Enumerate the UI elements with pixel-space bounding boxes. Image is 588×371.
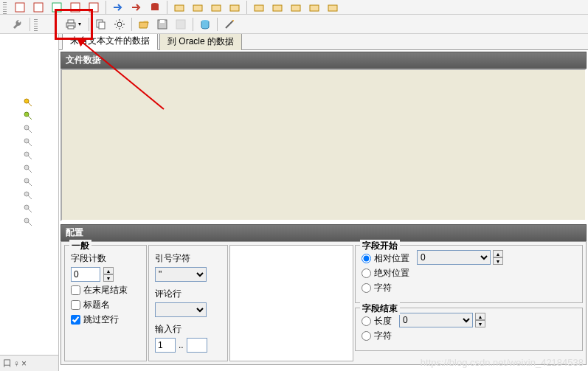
svg-rect-0	[15, 3, 24, 12]
object-tree[interactable]	[0, 34, 58, 355]
skip-blank-label: 跳过空行	[83, 313, 119, 326]
header-name-checkbox[interactable]	[71, 300, 80, 310]
svg-rect-32	[176, 20, 185, 29]
legend-field-start: 字段开始	[360, 240, 400, 252]
skip-blank-checkbox[interactable]	[71, 315, 80, 325]
fs-char-radio[interactable]	[362, 283, 371, 293]
toolbar-btn-4[interactable]	[67, 0, 83, 15]
footer-glyph-2[interactable]: ♀	[13, 358, 20, 369]
tab-to-oracle[interactable]: 到 Oracle 的数据	[159, 34, 242, 50]
fs-relative-label: 相对位置	[374, 252, 409, 265]
fs-spinner[interactable]: ▲▼	[493, 250, 503, 265]
folder-icon-5[interactable]	[251, 0, 267, 15]
fe-spinner[interactable]: ▲▼	[475, 313, 485, 327]
sun-icon[interactable]	[111, 16, 128, 32]
legend-field-end: 字段结束	[360, 302, 400, 315]
open-folder-icon[interactable]	[136, 16, 152, 32]
svg-rect-10	[230, 5, 239, 11]
tree-item-key[interactable]	[22, 96, 58, 109]
tree-item-7[interactable]	[22, 189, 58, 202]
footer-glyph-1[interactable]: 口	[3, 357, 12, 370]
end-newline-checkbox[interactable]	[71, 285, 80, 295]
svg-point-21	[117, 22, 122, 27]
fs-relative-radio[interactable]	[362, 254, 371, 263]
wand-icon[interactable]	[221, 16, 238, 32]
toolbar-sep-2	[167, 1, 167, 14]
folder-icon-6[interactable]	[269, 0, 286, 15]
folder-icon-1[interactable]	[171, 0, 187, 15]
fe-char-label: 字符	[374, 330, 392, 342]
fe-length-radio[interactable]	[362, 316, 371, 326]
toolbar-sep-3	[246, 1, 247, 14]
copy-icon[interactable]	[93, 16, 109, 32]
svg-rect-14	[310, 5, 319, 11]
save-icon[interactable]	[154, 16, 170, 32]
folder-icon-3[interactable]	[208, 0, 224, 15]
legend-general: 一般	[69, 240, 91, 252]
tree-item-8[interactable]	[22, 202, 58, 215]
folder-icon-9[interactable]	[325, 0, 341, 15]
left-sidebar: 口 ♀ ×	[0, 34, 59, 371]
arrow-right-red-icon[interactable]	[128, 0, 145, 15]
folder-icon-4[interactable]	[226, 0, 243, 15]
svg-rect-31	[160, 20, 165, 23]
fieldset-field-start: 字段开始 相对位置 绝对位置 字符 0 ▲▼	[355, 245, 583, 303]
database-icon[interactable]	[197, 16, 213, 32]
toolbar-sep-6	[131, 18, 132, 31]
db-red-icon[interactable]	[147, 0, 163, 15]
toolbar-sep-8	[217, 18, 218, 31]
fs-absolute-radio[interactable]	[362, 268, 371, 278]
svg-rect-8	[193, 5, 202, 11]
tab-bar: 来自文本文件的数据 到 Oracle 的数据	[59, 34, 588, 50]
svg-rect-13	[291, 5, 300, 11]
comment-select[interactable]	[155, 302, 207, 317]
toolbar-btn-2[interactable]	[30, 0, 46, 15]
wrench-icon[interactable]	[10, 16, 26, 32]
svg-rect-4	[89, 3, 98, 12]
field-count-spinner[interactable]: ▲▼	[103, 267, 114, 282]
fs-select[interactable]: 0	[417, 250, 491, 265]
svg-line-34	[226, 21, 233, 28]
folder-icon-2[interactable]	[190, 0, 206, 15]
fieldset-col2: 引号字符 " 评论行 输入行 ..	[148, 245, 228, 361]
tree-item-1[interactable]	[22, 109, 58, 122]
tree-item-4[interactable]	[22, 149, 58, 162]
fe-select[interactable]: 0	[399, 313, 473, 327]
svg-rect-1	[34, 3, 43, 12]
svg-rect-20	[99, 22, 105, 29]
field-count-label: 字段计数	[71, 252, 106, 265]
svg-line-26	[116, 21, 117, 21]
tree-item-3[interactable]	[22, 136, 58, 149]
print-dropdown-button[interactable]: ▾	[61, 16, 85, 32]
tree-item-9[interactable]	[22, 215, 58, 229]
fieldset-general: 一般 字段计数 ▲▼ 在末尾结束 标题名 跳过空行	[64, 245, 147, 361]
section-header-config: 配置	[60, 224, 587, 241]
comment-label: 评论行	[155, 288, 181, 300]
tab-from-text[interactable]: 来自文本文件的数据	[62, 34, 158, 50]
svg-rect-6	[151, 4, 159, 10]
file-data-viewer[interactable]	[60, 69, 587, 221]
arrow-right-blue-icon[interactable]	[110, 0, 126, 15]
blank-listbox[interactable]	[229, 245, 353, 361]
quote-select[interactable]: "	[155, 267, 207, 282]
toolbar-top	[0, 0, 588, 15]
toolbar-btn-3[interactable]	[49, 0, 65, 15]
footer-glyph-3[interactable]: ×	[21, 358, 27, 369]
folder-icon-7[interactable]	[288, 0, 304, 15]
fe-char-radio[interactable]	[362, 331, 371, 341]
input-row-to[interactable]	[187, 338, 207, 353]
toolbar-btn-5[interactable]	[86, 0, 102, 15]
tree-item-5[interactable]	[22, 162, 58, 176]
toolbar-sep-4	[30, 18, 30, 31]
svg-line-27	[122, 27, 123, 28]
section-header-file-data: 文件数据	[60, 52, 587, 69]
toolbar-btn-1[interactable]	[12, 0, 28, 15]
input-row-from[interactable]	[155, 338, 176, 353]
field-count-input[interactable]	[71, 267, 100, 282]
svg-rect-2	[52, 3, 61, 12]
tree-item-6[interactable]	[22, 176, 58, 189]
folder-icon-8[interactable]	[306, 0, 322, 15]
toolbar-sep	[106, 1, 106, 14]
tree-item-2[interactable]	[22, 122, 58, 136]
svg-rect-3	[71, 3, 80, 12]
